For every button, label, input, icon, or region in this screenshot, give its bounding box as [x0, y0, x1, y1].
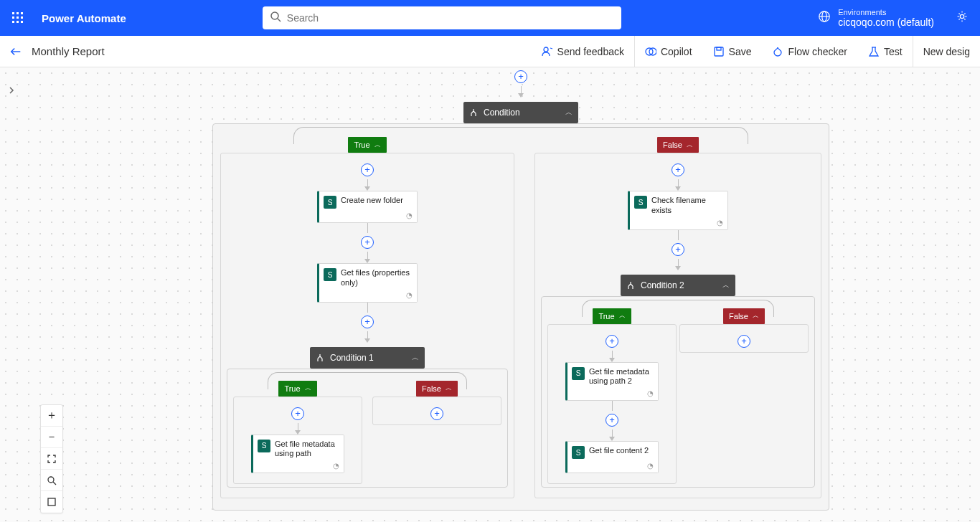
- false-branch-badge[interactable]: False︿: [657, 137, 699, 153]
- svg-rect-2: [21, 12, 23, 14]
- flow-diagram: + Condition ︿ True︿ +: [212, 67, 829, 511]
- action-check-filename-exists[interactable]: SCheck filename exists ◔: [628, 191, 728, 230]
- sharepoint-icon: S: [572, 446, 585, 459]
- sharepoint-icon: S: [324, 196, 336, 209]
- true-branch-badge[interactable]: True︿: [278, 381, 316, 397]
- condition2-node[interactable]: Condition 2 ︿: [621, 275, 735, 296]
- svg-rect-5: [21, 16, 23, 19]
- true-branch-badge[interactable]: True︿: [593, 308, 631, 324]
- app-name: Power Automate: [36, 12, 126, 24]
- peek-icon: ◔: [567, 389, 658, 400]
- env-value: cicqoqo.com (default): [838, 16, 934, 28]
- svg-line-10: [278, 19, 281, 22]
- globe-icon: [818, 10, 831, 26]
- env-label: Environments: [838, 8, 934, 16]
- svg-point-14: [960, 14, 963, 18]
- designer-canvas[interactable]: ＋ － + Condition ︿: [0, 67, 980, 522]
- action-get-file-metadata-path-2[interactable]: SGet file metadata using path 2 ◔: [565, 362, 659, 402]
- condition2-scope: True︿ + SGet file metadata using path 2 …: [541, 296, 815, 488]
- chevron-up-icon: ︿: [412, 353, 419, 363]
- svg-line-23: [53, 482, 56, 485]
- false-branch-badge[interactable]: False︿: [723, 308, 765, 324]
- peek-icon: ◔: [319, 212, 417, 222]
- top-bar: Power Automate Environments cicqoqo.com …: [0, 0, 980, 36]
- branch-icon: [626, 281, 635, 290]
- svg-rect-7: [17, 21, 19, 23]
- svg-rect-8: [21, 21, 23, 23]
- zoom-toolbar: ＋ －: [40, 404, 63, 513]
- settings-button[interactable]: [956, 10, 969, 26]
- add-action-button[interactable]: +: [514, 70, 527, 83]
- svg-rect-4: [17, 16, 19, 19]
- copilot-button[interactable]: Copilot: [634, 36, 702, 67]
- action-get-file-metadata-path[interactable]: SGet file metadata using path ◔: [251, 435, 344, 474]
- chevron-up-icon: ︿: [565, 108, 573, 118]
- flow-checker-button[interactable]: Flow checker: [761, 36, 857, 67]
- svg-point-22: [48, 477, 54, 483]
- add-action-button[interactable]: +: [672, 163, 684, 176]
- search-icon: [270, 11, 281, 25]
- app-launcher[interactable]: [0, 0, 36, 36]
- peek-icon: ◔: [630, 219, 727, 229]
- zoom-in-button[interactable]: ＋: [41, 405, 62, 427]
- svg-rect-24: [48, 498, 55, 506]
- save-button[interactable]: Save: [702, 36, 762, 67]
- send-feedback-button[interactable]: Send feedback: [531, 36, 634, 67]
- zoom-out-button[interactable]: －: [41, 427, 62, 448]
- new-designer-button[interactable]: New desig: [913, 36, 980, 67]
- peek-icon: ◔: [253, 462, 344, 473]
- add-action-button[interactable]: +: [738, 335, 750, 348]
- add-action-button[interactable]: +: [606, 414, 618, 427]
- test-button[interactable]: Test: [857, 36, 913, 67]
- navigator-button[interactable]: [41, 470, 62, 491]
- sharepoint-icon: S: [572, 367, 585, 380]
- svg-rect-19: [715, 47, 723, 56]
- sharepoint-icon: S: [634, 196, 647, 209]
- action-get-files[interactable]: SGet files (properties only) ◔: [317, 263, 418, 303]
- svg-rect-0: [12, 12, 14, 14]
- sharepoint-icon: S: [324, 268, 336, 281]
- branch-icon: [316, 353, 324, 362]
- branch-icon: [469, 108, 478, 117]
- peek-icon: ◔: [567, 462, 658, 473]
- search-input[interactable]: [287, 12, 614, 24]
- condition1-scope: True︿ + SGet file metadata using path ◔: [227, 369, 508, 488]
- add-action-button[interactable]: +: [672, 243, 684, 256]
- svg-point-9: [271, 12, 278, 19]
- add-action-button[interactable]: +: [291, 407, 304, 420]
- chevron-up-icon: ︿: [374, 141, 381, 150]
- svg-rect-20: [717, 47, 721, 50]
- peek-icon: ◔: [319, 291, 417, 302]
- false-branch-badge[interactable]: False︿: [416, 381, 458, 397]
- svg-rect-1: [17, 12, 19, 14]
- svg-point-16: [544, 47, 548, 52]
- add-action-button[interactable]: +: [361, 315, 374, 328]
- sharepoint-icon: S: [258, 440, 270, 452]
- expand-panel-toggle[interactable]: [4, 82, 19, 99]
- add-action-button[interactable]: +: [430, 407, 443, 420]
- add-action-button[interactable]: +: [361, 236, 374, 249]
- chevron-up-icon: ︿: [687, 141, 693, 150]
- action-get-file-content-2[interactable]: SGet file content 2 ◔: [565, 441, 659, 473]
- flow-title: Monthly Report: [32, 45, 105, 57]
- minimap-button[interactable]: [41, 491, 62, 513]
- action-create-new-folder[interactable]: SCreate new folder ◔: [317, 191, 418, 223]
- condition-scope: True︿ + SCreate new folder ◔ +: [212, 123, 829, 511]
- condition-node[interactable]: Condition ︿: [463, 102, 578, 123]
- svg-rect-3: [12, 16, 14, 19]
- condition1-node[interactable]: Condition 1 ︿: [310, 347, 425, 369]
- svg-rect-6: [12, 21, 14, 23]
- command-bar: Monthly Report Send feedback Copilot Sav…: [0, 36, 980, 67]
- environment-picker[interactable]: Environments cicqoqo.com (default): [818, 8, 934, 28]
- add-action-button[interactable]: +: [361, 163, 374, 176]
- true-branch-badge[interactable]: True︿: [348, 137, 386, 153]
- chevron-up-icon: ︿: [722, 280, 730, 290]
- back-button[interactable]: [0, 45, 32, 58]
- search-box[interactable]: [263, 6, 621, 29]
- add-action-button[interactable]: +: [606, 335, 618, 348]
- fit-button[interactable]: [41, 448, 62, 470]
